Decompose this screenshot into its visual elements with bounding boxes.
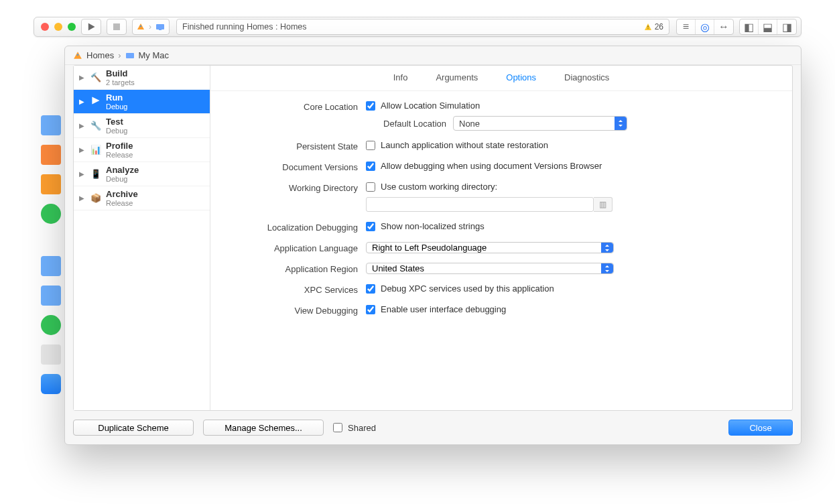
choose-folder-button[interactable]: ▥	[594, 197, 613, 212]
checkbox-document-versions[interactable]: Allow debugging when using document Vers…	[366, 161, 772, 171]
bottom-panel-icon[interactable]: ⬓	[759, 19, 777, 34]
stop-button[interactable]	[107, 19, 127, 35]
panel-visibility-segment[interactable]: ◧ ⬓ ◨	[739, 19, 797, 35]
sidebar-item-sub: 2 targets	[106, 78, 135, 86]
sidebar-item-label: Analyze	[106, 165, 139, 175]
tab-arguments[interactable]: Arguments	[436, 72, 478, 82]
navigator-rail	[38, 46, 64, 394]
disclosure-icon[interactable]: ▶	[79, 74, 86, 81]
sidebar-item-label: Profile	[106, 141, 133, 151]
scheme-tabs: Info Arguments Options Diagnostics	[210, 66, 792, 91]
archive-icon: 📦	[90, 193, 102, 203]
working-directory-field[interactable]	[366, 197, 594, 212]
nav-item-icon[interactable]	[41, 204, 61, 224]
svg-marker-14	[619, 125, 623, 127]
nav-item-icon[interactable]	[41, 256, 61, 276]
shared-checkbox[interactable]: Shared	[333, 423, 376, 433]
sidebar-item-sub: Debug	[106, 103, 127, 111]
disclosure-icon[interactable]: ▶	[79, 98, 86, 105]
sidebar-item-label: Build	[106, 68, 135, 78]
checkbox-persistent-state[interactable]: Launch application without state restora…	[366, 140, 772, 150]
sidebar-item-label: Run	[106, 92, 127, 103]
wrench-icon: 🔧	[90, 121, 102, 131]
checkbox-localization[interactable]: Show non-localized strings	[366, 221, 772, 231]
sidebar-item-sub: Debug	[106, 175, 139, 183]
manage-schemes-button[interactable]: Manage Schemes...	[203, 420, 324, 436]
svg-marker-12	[92, 97, 99, 104]
popup-value: None	[459, 119, 480, 129]
label-app-language: Application Language	[231, 242, 358, 253]
svg-marker-18	[605, 270, 609, 272]
window-controls[interactable]	[41, 23, 76, 31]
sidebar-item-test[interactable]: ▶ 🔧 TestDebug	[74, 114, 210, 138]
checkbox-working-directory[interactable]: Use custom working directory:	[366, 182, 772, 192]
svg-marker-15	[605, 245, 609, 247]
sidebar-item-build[interactable]: ▶ 🔨 Build2 targets	[74, 66, 210, 90]
chevron-right-icon: ›	[118, 50, 121, 60]
sidebar-item-label: Archive	[106, 189, 138, 199]
label-persistent-state: Persistent State	[231, 140, 358, 151]
scheme-selector[interactable]: ›	[132, 19, 170, 35]
assistant-editor-icon[interactable]: ◎	[696, 19, 714, 34]
breadcrumb-destination[interactable]: My Mac	[139, 50, 170, 60]
sidebar-item-archive[interactable]: ▶ 📦 ArchiveRelease	[74, 186, 210, 210]
popup-app-region[interactable]: United States	[366, 263, 614, 274]
nav-item-icon[interactable]	[41, 344, 61, 365]
disclosure-icon[interactable]: ▶	[79, 194, 86, 202]
svg-rect-4	[156, 24, 164, 29]
svg-point-10	[77, 54, 79, 56]
disclosure-icon[interactable]: ▶	[79, 122, 86, 129]
mac-icon	[125, 52, 135, 59]
breadcrumb-project[interactable]: Homes	[86, 50, 114, 60]
tab-info[interactable]: Info	[393, 72, 408, 82]
device-icon: 📱	[90, 169, 102, 179]
editor-mode-segment[interactable]: ≡ ◎ ↔	[676, 19, 734, 35]
sidebar-item-sub: Release	[106, 151, 133, 159]
play-icon	[90, 96, 102, 107]
left-panel-icon[interactable]: ◧	[740, 19, 759, 34]
checkbox-view-debugging[interactable]: Enable user interface debugging	[366, 304, 772, 314]
nav-item-icon[interactable]	[41, 286, 61, 306]
sidebar-item-run[interactable]: ▶ RunDebug	[74, 90, 210, 114]
nav-item-icon[interactable]	[41, 315, 61, 335]
popup-app-language[interactable]: Right to Left Pseudolanguage	[366, 242, 614, 253]
checkbox-xpc[interactable]: Debug XPC services used by this applicat…	[366, 284, 772, 294]
duplicate-scheme-button[interactable]: Duplicate Scheme	[73, 420, 194, 436]
sidebar-item-label: Test	[106, 117, 127, 127]
popup-default-location[interactable]: None	[453, 116, 627, 131]
close-button[interactable]: Close	[728, 420, 793, 436]
version-editor-icon[interactable]: ↔	[714, 19, 733, 34]
xcode-app-icon	[73, 51, 82, 60]
sidebar-item-profile[interactable]: ▶ 📊 ProfileRelease	[74, 138, 210, 162]
gauge-icon: 📊	[90, 145, 102, 155]
options-panel: Info Arguments Options Diagnostics Core …	[210, 66, 792, 410]
close-window-icon[interactable]	[41, 23, 49, 31]
disclosure-icon[interactable]: ▶	[79, 146, 86, 153]
activity-status: Finished running Homes : Homes 26	[176, 19, 669, 35]
standard-editor-icon[interactable]: ≡	[677, 19, 696, 34]
run-button[interactable]	[81, 19, 101, 35]
svg-marker-17	[605, 265, 609, 267]
warning-indicator[interactable]: 26	[644, 22, 663, 32]
nav-item-icon[interactable]	[41, 374, 61, 394]
window-toolbar: › Finished running Homes : Homes 26 ≡ ◎ …	[34, 17, 801, 37]
disclosure-icon[interactable]: ▶	[79, 170, 86, 178]
minimize-window-icon[interactable]	[54, 23, 62, 31]
svg-rect-8	[647, 28, 648, 29]
right-panel-icon[interactable]: ◨	[777, 19, 796, 34]
popup-arrows-icon	[601, 243, 613, 253]
nav-item-icon[interactable]	[41, 115, 61, 135]
svg-marker-16	[605, 249, 609, 251]
svg-rect-7	[647, 25, 648, 27]
scheme-action-list: ▶ 🔨 Build2 targets ▶ RunDebug ▶ 🔧 TestDe…	[74, 66, 210, 410]
svg-rect-1	[113, 23, 120, 30]
label-working-directory: Working Directory	[231, 182, 358, 193]
zoom-window-icon[interactable]	[68, 23, 76, 31]
nav-item-icon[interactable]	[41, 145, 61, 165]
nav-item-icon[interactable]	[41, 174, 61, 194]
tab-diagnostics[interactable]: Diagnostics	[564, 72, 609, 82]
label-xpc: XPC Services	[231, 284, 358, 295]
sidebar-item-analyze[interactable]: ▶ 📱 AnalyzeDebug	[74, 162, 210, 186]
tab-options[interactable]: Options	[506, 72, 536, 82]
checkbox-allow-location[interactable]: Allow Location Simulation	[366, 101, 772, 111]
